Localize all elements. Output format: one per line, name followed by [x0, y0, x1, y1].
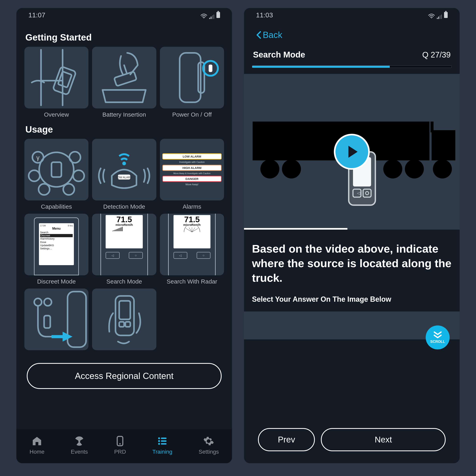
back-button[interactable]: Back	[252, 22, 452, 46]
card-detection-mode[interactable]: LOW ALARM Detection Mode	[92, 139, 156, 210]
status-icons	[428, 12, 448, 18]
play-button[interactable]	[334, 134, 370, 170]
answer-image-area[interactable]: SCROLL	[244, 311, 460, 340]
svg-rect-49	[161, 443, 167, 445]
prev-button[interactable]: Prev	[258, 428, 315, 451]
usage-grid: γ Capabilities LOW ALARM	[24, 139, 224, 353]
svg-rect-7	[114, 71, 137, 86]
card-search-mode[interactable]: 71.5 microRem/h ◁ ○ Search Mode	[92, 214, 156, 285]
progress-fill	[252, 66, 390, 68]
svg-rect-4	[213, 15, 214, 19]
svg-point-50	[431, 17, 432, 18]
svg-point-0	[204, 17, 204, 18]
gear-icon	[203, 435, 214, 447]
nav-events[interactable]: Events	[71, 435, 88, 455]
question-text: Based on the video above, indicate where…	[252, 242, 452, 285]
svg-point-62	[433, 160, 452, 178]
svg-point-44	[158, 437, 160, 439]
nav-prd[interactable]: PRD	[114, 435, 126, 455]
scroll-indicator[interactable]: SCROLL	[426, 325, 450, 349]
status-bar: 11:03	[244, 8, 460, 22]
thumb-alarms: LOW ALARM Investigate with Caution HIGH …	[160, 139, 224, 201]
card-alarms[interactable]: LOW ALARM Investigate with Caution HIGH …	[160, 139, 224, 210]
svg-rect-47	[161, 441, 167, 442]
svg-point-18	[73, 170, 84, 182]
svg-text:γ: γ	[36, 154, 39, 161]
card-label: Search With Radar	[167, 278, 217, 285]
question-counter: Q 27/39	[422, 50, 451, 59]
status-icons	[201, 12, 220, 18]
svg-rect-45	[161, 438, 167, 439]
svg-rect-36	[44, 316, 50, 328]
next-button[interactable]: Next	[321, 428, 446, 451]
svg-rect-39	[119, 322, 124, 327]
thumb-overview	[24, 47, 88, 108]
svg-rect-2	[211, 17, 211, 19]
svg-rect-38	[119, 301, 130, 320]
nav-training[interactable]: Training	[152, 435, 172, 455]
access-regional-content-button[interactable]: Access Regional Content	[27, 363, 222, 389]
card-label: Alarms	[183, 203, 201, 210]
svg-rect-5	[53, 66, 76, 95]
thumb-battery	[92, 47, 156, 108]
thumb-capabilities: γ	[24, 139, 88, 201]
thumb-search-radar: 71.5 microRem/h ◁ ○	[160, 214, 224, 275]
video-progress[interactable]	[244, 228, 347, 230]
svg-point-16	[69, 152, 81, 163]
card-power-on-off[interactable]: Power On / Off	[160, 47, 224, 118]
card-label: Capabilities	[41, 203, 72, 210]
battery-icon	[444, 12, 448, 18]
svg-point-60	[383, 160, 402, 178]
card-label: Battery Insertion	[102, 111, 146, 118]
svg-text:LOW ALARM: LOW ALARM	[116, 176, 133, 179]
quiz-title: Search Mode	[253, 50, 305, 60]
clock: 11:07	[28, 11, 45, 19]
nav-settings[interactable]: Settings	[199, 435, 219, 455]
svg-rect-1	[209, 18, 210, 19]
svg-rect-13	[51, 162, 61, 177]
svg-rect-27	[116, 229, 117, 231]
card-battery-insertion[interactable]: Battery Insertion	[92, 47, 156, 118]
svg-point-23	[122, 162, 126, 165]
svg-rect-31	[120, 227, 121, 231]
card-label: Search Mode	[106, 278, 142, 285]
getting-started-grid: Overview Battery Insertion	[24, 47, 224, 118]
quiz-content[interactable]: Back Search Mode Q 27/39	[244, 22, 460, 463]
chevrons-down-icon	[433, 331, 442, 339]
training-content[interactable]: Getting Started Overview	[16, 22, 232, 429]
svg-rect-29	[118, 228, 119, 231]
device-icon	[114, 435, 126, 447]
signal-icon	[209, 13, 214, 17]
svg-rect-6	[58, 71, 72, 88]
svg-rect-26	[115, 230, 115, 231]
card-handheld[interactable]	[92, 289, 156, 353]
card-capabilities[interactable]: γ Capabilities	[24, 139, 88, 210]
list-icon	[157, 435, 168, 447]
svg-point-43	[119, 443, 121, 445]
svg-point-46	[158, 440, 160, 442]
svg-rect-24	[112, 231, 113, 231]
video-player[interactable]: ◁	[244, 74, 460, 230]
svg-rect-53	[440, 15, 441, 19]
svg-point-59	[282, 160, 301, 178]
svg-point-12	[39, 152, 74, 187]
wifi-icon	[201, 12, 207, 17]
card-overview[interactable]: Overview	[24, 47, 88, 118]
thumb-search-mode: 71.5 microRem/h ◁ ○	[92, 214, 156, 275]
svg-point-61	[405, 160, 424, 178]
svg-point-35	[44, 298, 51, 306]
section-title-getting-started: Getting Started	[25, 32, 224, 43]
card-label: Discreet Mode	[37, 278, 76, 285]
thumb-detection: LOW ALARM	[92, 139, 156, 201]
svg-rect-33	[68, 291, 86, 347]
thumb-handheld	[92, 289, 156, 350]
chevron-left-icon	[256, 31, 261, 39]
card-search-with-radar[interactable]: 71.5 microRem/h ◁ ○ Search With Radar	[160, 214, 224, 285]
svg-rect-40	[125, 322, 130, 327]
nav-home[interactable]: Home	[30, 435, 45, 455]
svg-point-34	[34, 298, 42, 306]
card-headphones[interactable]	[24, 289, 88, 353]
svg-rect-28	[117, 229, 118, 231]
card-label: Power On / Off	[172, 111, 212, 118]
card-discreet-mode[interactable]: 17:049 hrs Menu Search Discreet Alarmhis…	[24, 214, 88, 285]
